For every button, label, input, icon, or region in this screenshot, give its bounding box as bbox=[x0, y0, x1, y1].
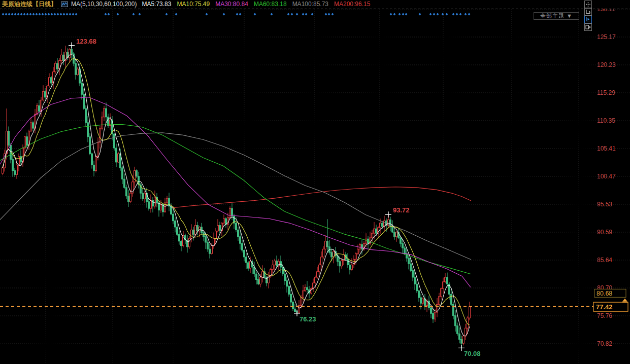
axis-settings-icon[interactable] bbox=[584, 8, 592, 16]
event-dot-icon[interactable] bbox=[39, 13, 41, 16]
event-dot-icon[interactable] bbox=[302, 13, 305, 16]
event-dot-icon[interactable] bbox=[331, 13, 334, 16]
event-dot-icon[interactable] bbox=[239, 13, 242, 16]
event-dot-icon[interactable] bbox=[305, 13, 308, 16]
candle-body bbox=[469, 307, 471, 318]
ma200-line bbox=[172, 187, 471, 208]
event-dot-icon[interactable] bbox=[32, 13, 35, 16]
event-dot-icon[interactable] bbox=[459, 13, 462, 16]
event-dot-icon[interactable] bbox=[2, 13, 5, 16]
event-dot-icon[interactable] bbox=[60, 13, 62, 16]
candle-body bbox=[445, 277, 446, 282]
candle-body bbox=[114, 134, 115, 148]
event-dot-icon[interactable] bbox=[108, 13, 110, 16]
ma5-line bbox=[3, 55, 470, 336]
event-dot-icon[interactable] bbox=[325, 13, 327, 16]
event-dot-icon[interactable] bbox=[271, 13, 273, 16]
candle-body bbox=[102, 117, 103, 128]
event-dot-icon[interactable] bbox=[442, 13, 444, 16]
event-dot-icon[interactable] bbox=[390, 13, 392, 16]
event-dot-icon[interactable] bbox=[254, 13, 256, 16]
event-dot-icon[interactable] bbox=[57, 13, 59, 16]
event-dot-icon[interactable] bbox=[66, 13, 69, 16]
candle-body bbox=[71, 49, 73, 54]
event-dot-icon[interactable] bbox=[452, 13, 455, 16]
price-chart[interactable]: 130.11125.17120.23115.29110.35105.41100.… bbox=[0, 0, 630, 364]
event-dot-icon[interactable] bbox=[175, 13, 178, 16]
event-dot-icon[interactable] bbox=[139, 13, 141, 16]
play-chart-icon[interactable] bbox=[584, 16, 592, 23]
event-dot-icon[interactable] bbox=[42, 13, 44, 16]
candle-body bbox=[315, 277, 316, 283]
event-dot-icon[interactable] bbox=[132, 13, 135, 16]
event-dot-icon[interactable] bbox=[29, 13, 32, 16]
event-dot-icon[interactable] bbox=[291, 13, 293, 16]
event-dot-icon[interactable] bbox=[468, 13, 471, 16]
event-dot-icon[interactable] bbox=[446, 13, 448, 16]
candle-body bbox=[412, 271, 414, 277]
event-dot-icon[interactable] bbox=[36, 13, 38, 16]
event-dot-icon[interactable] bbox=[419, 13, 421, 16]
candle-body bbox=[402, 243, 404, 248]
event-dot-icon[interactable] bbox=[69, 13, 72, 16]
theme-dropdown[interactable]: 全部主题 ▼ bbox=[534, 12, 579, 20]
event-dot-icon[interactable] bbox=[105, 13, 107, 16]
event-dot-icon[interactable] bbox=[287, 13, 290, 16]
event-dot-icon[interactable] bbox=[11, 13, 14, 16]
event-dot-icon[interactable] bbox=[437, 13, 439, 16]
event-dot-icon[interactable] bbox=[26, 13, 29, 16]
event-dot-icon[interactable] bbox=[399, 13, 401, 16]
candle-body bbox=[167, 198, 168, 203]
candle-body bbox=[451, 294, 452, 304]
event-dot-icon[interactable] bbox=[206, 13, 208, 16]
price-tags-layer: 80.6877.42 bbox=[593, 289, 628, 311]
event-dot-icon[interactable] bbox=[311, 13, 314, 16]
event-dot-icon[interactable] bbox=[45, 13, 47, 16]
grid-layer bbox=[0, 9, 630, 364]
candle-body bbox=[433, 313, 434, 319]
event-dot-icon[interactable] bbox=[405, 13, 408, 16]
ma-legend-item: MA30:80.84 bbox=[215, 1, 248, 8]
event-dot-icon[interactable] bbox=[328, 13, 330, 16]
event-dot-icon[interactable] bbox=[429, 13, 432, 16]
candle-body bbox=[195, 226, 196, 235]
export-chart-icon[interactable] bbox=[584, 23, 592, 31]
candle-body bbox=[18, 157, 20, 165]
candle-body bbox=[116, 148, 117, 162]
event-dot-icon[interactable] bbox=[433, 13, 436, 16]
event-dot-icon[interactable] bbox=[54, 13, 56, 16]
event-dot-icon[interactable] bbox=[23, 13, 26, 16]
event-dot-icon[interactable] bbox=[165, 13, 168, 16]
candle-body bbox=[217, 226, 219, 231]
mini-chart-icon[interactable] bbox=[61, 1, 68, 8]
axis-price-label: 105.41 bbox=[597, 145, 616, 152]
candle-body bbox=[229, 208, 231, 217]
candle-body bbox=[404, 248, 406, 253]
event-dot-icon[interactable] bbox=[236, 13, 239, 16]
event-dot-icon[interactable] bbox=[20, 13, 23, 16]
event-dot-icon[interactable] bbox=[402, 13, 405, 16]
event-dot-icon[interactable] bbox=[456, 13, 458, 16]
event-dot-icon[interactable] bbox=[75, 13, 78, 16]
event-dot-icon[interactable] bbox=[14, 13, 17, 16]
event-dot-icon[interactable] bbox=[117, 13, 119, 16]
event-dot-icon[interactable] bbox=[51, 13, 53, 16]
candle-body bbox=[26, 137, 28, 145]
candle-body bbox=[181, 241, 182, 246]
event-dot-icon[interactable] bbox=[5, 13, 8, 16]
event-dot-icon[interactable] bbox=[465, 13, 467, 16]
candle-body bbox=[349, 265, 351, 269]
event-dot-icon[interactable] bbox=[296, 13, 299, 16]
candle-body bbox=[75, 63, 77, 75]
pan-tool-icon[interactable] bbox=[584, 1, 592, 8]
candles-layer bbox=[2, 46, 471, 348]
ma-legend-item: MA60:83.18 bbox=[254, 1, 287, 8]
event-dot-icon[interactable] bbox=[48, 13, 50, 16]
event-dot-icon[interactable] bbox=[17, 13, 20, 16]
candle-body bbox=[430, 308, 432, 313]
event-dot-icon[interactable] bbox=[72, 13, 75, 16]
event-dot-icon[interactable] bbox=[223, 13, 225, 16]
event-dot-icon[interactable] bbox=[393, 13, 396, 16]
event-dot-icon[interactable] bbox=[8, 13, 11, 16]
event-dot-icon[interactable] bbox=[63, 13, 65, 16]
